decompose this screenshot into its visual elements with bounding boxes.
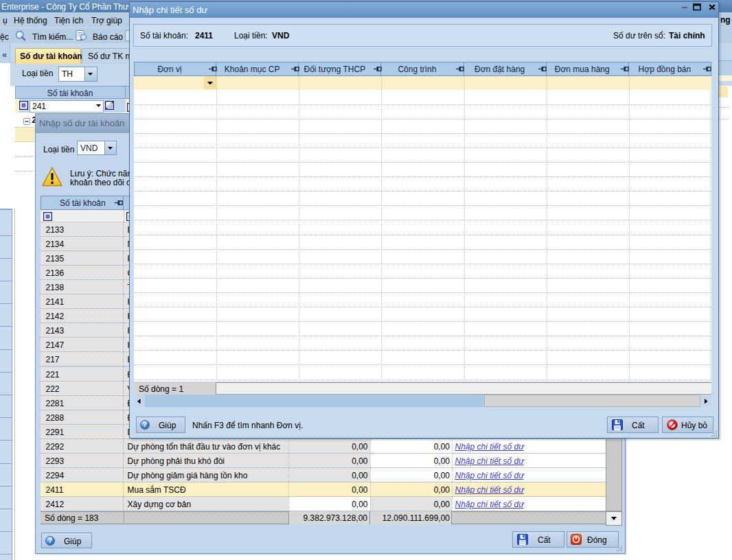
- svg-text:?: ?: [143, 421, 147, 428]
- svg-text:?: ?: [48, 537, 52, 544]
